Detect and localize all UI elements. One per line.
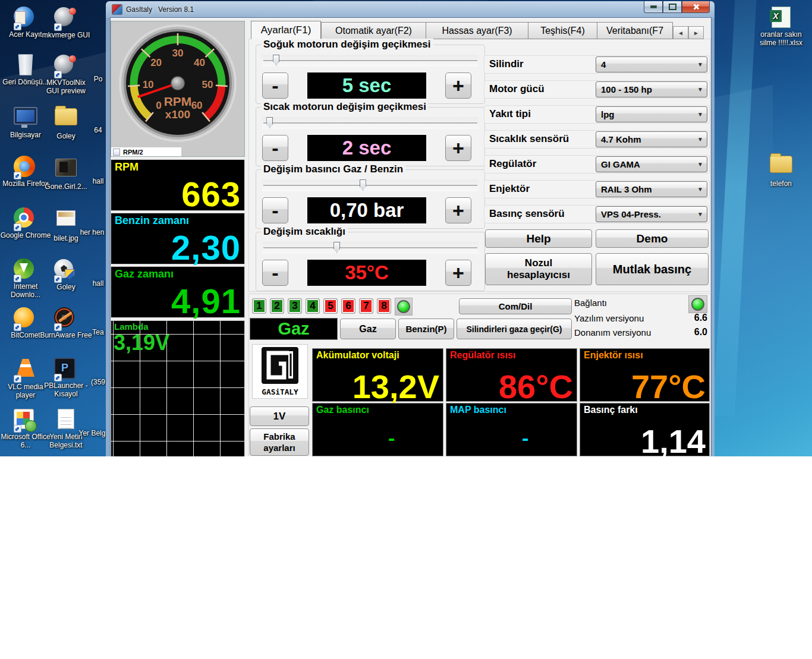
desktop-icon-mkvtoolnix[interactable]: MKVToolNix GUI preview [39, 52, 93, 95]
fuel-type-dropdown[interactable]: lpg▼ [596, 106, 707, 122]
switch-temperature-slider[interactable] [262, 242, 479, 254]
window-title: GasItaly [126, 5, 152, 14]
hot-engine-delay-slider[interactable] [262, 117, 479, 129]
burnaware-icon [54, 307, 78, 331]
factory-settings-button[interactable]: Fabrika ayarları [250, 428, 309, 456]
svg-text:10: 10 [143, 79, 154, 90]
cylinder-indicator-1[interactable]: 1 [252, 298, 266, 314]
temp-sensor-dropdown[interactable]: 4.7 Kohm▼ [596, 131, 707, 147]
cylinder-indicator-7[interactable]: 7 [359, 298, 373, 314]
screenshot-root: { "desktop": { "icons": [ {"label":"Acer… [0, 0, 812, 659]
gasitaly-logo-text: GASiTALY [253, 387, 307, 396]
chrome-icon [14, 207, 37, 231]
status-led-icon [397, 300, 410, 313]
tab-scroll-right-button[interactable]: ► [688, 26, 704, 39]
nozzle-calculator-button[interactable]: Nozul hesaplayıcısı [485, 253, 592, 285]
switch-pressure-value: 0,70 bar [307, 197, 426, 223]
help-button[interactable]: Help [485, 229, 592, 248]
minimize-button[interactable] [644, 1, 663, 13]
engine-power-row: Motor gücü 100 - 150 hp▼ [484, 80, 710, 99]
chevron-left-icon: ◄ [678, 30, 684, 36]
desktop-icon-pblauncher[interactable]: P PBLauncher - Kısayol [39, 355, 93, 398]
absolute-pressure-button[interactable]: Mutlak basınç [596, 253, 709, 285]
cylinder-count-dropdown[interactable]: 4▼ [596, 56, 707, 72]
tab-scroll-left-button[interactable]: ◄ [673, 26, 688, 39]
firefox-icon [14, 156, 37, 179]
map-pressure-meter: MAP basıncı - [446, 403, 577, 456]
cylinder-indicator-2[interactable]: 2 [270, 298, 284, 314]
injector-dropdown[interactable]: RAIL 3 Ohm▼ [596, 181, 707, 197]
tab-ayarlar[interactable]: Ayarlar(F1) [251, 21, 321, 39]
increase-button[interactable]: + [445, 72, 471, 99]
increase-button[interactable]: + [445, 135, 471, 161]
desktop-icon-text-file[interactable]: Yeni Metin Belgesi.txt [39, 406, 93, 449]
chevron-down-icon: ▼ [697, 82, 703, 97]
desktop-light-streak [713, 0, 757, 416]
software-version-value: 6.6 [690, 313, 707, 323]
rpm2-checkbox[interactable] [113, 149, 120, 156]
gaz-button[interactable]: Gaz [340, 319, 396, 339]
switch-pressure-slider[interactable] [262, 179, 479, 191]
title-bar[interactable]: GasItaly Version 8.1 [106, 1, 715, 18]
injector-temp-meter: Enjektör ısısı 77°C [580, 348, 710, 402]
slider-thumb[interactable] [360, 179, 366, 191]
cold-engine-delay-slider[interactable] [262, 55, 479, 67]
regulator-dropdown[interactable]: GI GAMA▼ [596, 156, 707, 172]
cylinder-indicator-5[interactable]: 5 [323, 298, 338, 314]
increase-button[interactable]: + [445, 260, 471, 286]
cylinder-indicator-6[interactable]: 6 [341, 298, 355, 314]
gaz-time-display: Gaz zamanı 4,91 [111, 266, 245, 318]
pressure-sensor-row: Basınç sensörü VPS 04-Press.▼ [484, 205, 710, 223]
cylinder-indicator-3[interactable]: 3 [288, 298, 302, 314]
demo-button[interactable]: Demo [596, 229, 709, 248]
decrease-button[interactable]: - [262, 197, 288, 223]
tab-hassas-ayar[interactable]: Hassas ayar(F3) [426, 22, 528, 39]
tab-otomatik-ayar[interactable]: Otomatik ayar(F2) [321, 22, 426, 39]
increase-button[interactable]: + [445, 197, 471, 223]
minimize-icon [650, 5, 657, 8]
close-button[interactable] [682, 1, 710, 13]
connection-led-box [688, 295, 707, 313]
chevron-down-icon: ▼ [697, 132, 703, 147]
tab-strip: Ayarlar(F1) Otomatik ayar(F2) Hassas aya… [251, 21, 704, 39]
desktop-icon-mkvmerge[interactable]: mkvmerge GUI [39, 5, 93, 39]
slider-thumb[interactable] [333, 242, 340, 253]
switch-cylinders-to-gas-button[interactable]: Silindirleri gaza geçir(G) [457, 319, 572, 339]
gasitaly-logo: GASiTALY [252, 344, 308, 399]
desktop-icon-bilet-jpg[interactable]: bilet.jpg [39, 206, 93, 242]
tab-veritabani[interactable]: Veritabanı(F7 [597, 22, 673, 39]
connection-led-icon [691, 298, 704, 311]
svg-text:RPM: RPM [164, 94, 192, 108]
decrease-button[interactable]: - [262, 135, 288, 161]
decrease-button[interactable]: - [262, 72, 288, 99]
com-dil-button[interactable]: Com/Dil [459, 298, 572, 314]
chevron-right-icon: ► [693, 30, 699, 36]
pressure-sensor-dropdown[interactable]: VPS 04-Press.▼ [596, 206, 707, 222]
desktop-icon-goley-folder[interactable]: Goley [39, 103, 93, 140]
benzin-button[interactable]: Benzin(P) [398, 319, 454, 339]
desktop-icon-telefon[interactable]: telefon [753, 151, 810, 188]
rpm2-label: RPM/2 [123, 149, 143, 156]
fuel-type-row: Yakıt tipi lpg▼ [484, 105, 710, 124]
switch-pressure-group: Değişim basıncı Gaz / Benzin - 0,70 bar … [256, 169, 485, 229]
cylinder-indicator-8[interactable]: 8 [377, 298, 391, 314]
cylinder-indicator-4[interactable]: 4 [306, 298, 320, 314]
decrease-button[interactable]: - [262, 260, 288, 286]
svg-text:x100: x100 [165, 108, 190, 121]
window-version: Version 8.1 [158, 5, 194, 14]
maximize-button[interactable] [663, 1, 682, 13]
hot-engine-delay-value: 2 sec [307, 135, 426, 161]
engine-power-dropdown[interactable]: 100 - 150 hp▼ [596, 81, 707, 97]
slider-thumb[interactable] [273, 55, 279, 66]
gasitaly-window: GasItaly Version 8.1 [106, 1, 715, 456]
rpm-gauge: 0 10 20 30 40 50 60 RPM x100 [111, 21, 244, 146]
battery-voltage-meter: Akümulator voltaji 13,2V [312, 348, 443, 402]
tab-teshis[interactable]: Teşhis(F4) [528, 22, 597, 39]
slider-thumb[interactable] [266, 117, 273, 128]
one-volt-button[interactable]: 1V [250, 406, 309, 426]
rpm-display: RPM 663 [111, 159, 245, 211]
desktop-icon-xlsx[interactable]: X oranlar sakın silme !!!!!.xlsx [753, 5, 810, 47]
gas-pressure-meter: Gaz basıncı - [312, 403, 443, 456]
vlc-icon [14, 359, 37, 383]
chevron-down-icon: ▼ [697, 207, 703, 222]
